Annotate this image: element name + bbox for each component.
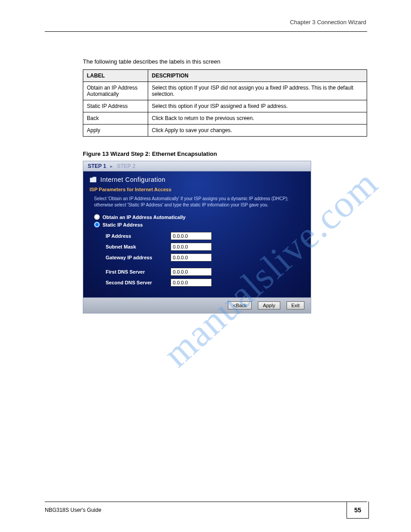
- dns2-label: Second DNS Server: [106, 280, 166, 285]
- table-cell: Static IP Address: [83, 100, 148, 112]
- radio-input-auto[interactable]: [94, 214, 100, 220]
- labels-table: LABEL DESCRIPTION Obtain an IP Address A…: [83, 69, 367, 137]
- gateway-input[interactable]: [171, 253, 212, 262]
- step-bar: STEP 1 ▸ STEP 2: [83, 161, 311, 172]
- table-cell: Select this option If your ISP did not a…: [148, 82, 367, 100]
- subnet-mask-input[interactable]: [171, 243, 212, 251]
- ip-address-label: IP Address: [106, 233, 166, 239]
- radio-static-label: Static IP Address: [103, 222, 143, 227]
- table-cell: Select this option if your ISP assigned …: [148, 100, 367, 112]
- dns1-label: First DNS Server: [106, 269, 166, 275]
- table-row: Static IP Address Select this option if …: [83, 100, 367, 112]
- header-rule: [45, 31, 367, 32]
- subnet-mask-label: Subnet Mask: [106, 244, 166, 249]
- static-ip-fields: IP Address Subnet Mask Gateway IP addres…: [106, 232, 304, 287]
- page-number: 55: [347, 502, 369, 519]
- exit-button[interactable]: Exit: [287, 301, 304, 309]
- footer-rule: [45, 502, 367, 502]
- table-intro: The following table describes the labels…: [83, 58, 220, 65]
- table-cell: Click Back to return to the previous scr…: [148, 112, 367, 124]
- step-2-label: STEP 2: [117, 163, 135, 169]
- dns2-input[interactable]: [171, 279, 212, 287]
- button-bar: <Back Apply Exit: [83, 297, 311, 313]
- radio-input-static[interactable]: [94, 222, 100, 227]
- radio-obtain-auto[interactable]: Obtain an IP Address Automatically: [94, 214, 304, 220]
- table-header-description: DESCRIPTION: [148, 70, 367, 82]
- table-row: Obtain an IP Address Automatically Selec…: [83, 82, 367, 100]
- table-row: Apply Click Apply to save your changes.: [83, 124, 367, 137]
- table-cell: Click Apply to save your changes.: [148, 124, 367, 137]
- header-chapter: Chapter 3 Connection Wizard: [290, 19, 366, 26]
- table-cell: Apply: [83, 124, 148, 137]
- gateway-label: Gateway IP address: [106, 255, 166, 260]
- apply-button[interactable]: Apply: [258, 301, 280, 309]
- figure-caption: Figure 13 Wizard Step 2: Ethernet Encaps…: [83, 150, 311, 157]
- back-button[interactable]: <Back: [228, 301, 252, 309]
- table-header-label: LABEL: [83, 70, 148, 82]
- ip-address-input[interactable]: [171, 232, 212, 240]
- dns1-input[interactable]: [171, 268, 212, 276]
- footer-guide-title: NBG318S User's Guide: [45, 507, 101, 513]
- folder-icon: [90, 176, 97, 183]
- radio-static-ip[interactable]: Static IP Address: [94, 222, 304, 227]
- radio-auto-label: Obtain an IP Address Automatically: [103, 215, 185, 220]
- section-label: ISP Parameters for Internet Access: [90, 187, 304, 192]
- wizard-window: STEP 1 ▸ STEP 2 Internet Configuration I…: [83, 161, 311, 313]
- panel-title: Internet Configuration: [100, 176, 166, 183]
- table-cell: Obtain an IP Address Automatically: [83, 82, 148, 100]
- table-cell: Back: [83, 112, 148, 124]
- table-row: Back Click Back to return to the previou…: [83, 112, 367, 124]
- step-1-label: STEP 1: [88, 163, 106, 169]
- step-arrow-icon: ▸: [110, 163, 113, 169]
- panel-description: Select 'Obtain an IP Address Automatical…: [94, 196, 300, 208]
- config-panel: Internet Configuration ISP Parameters fo…: [83, 172, 311, 297]
